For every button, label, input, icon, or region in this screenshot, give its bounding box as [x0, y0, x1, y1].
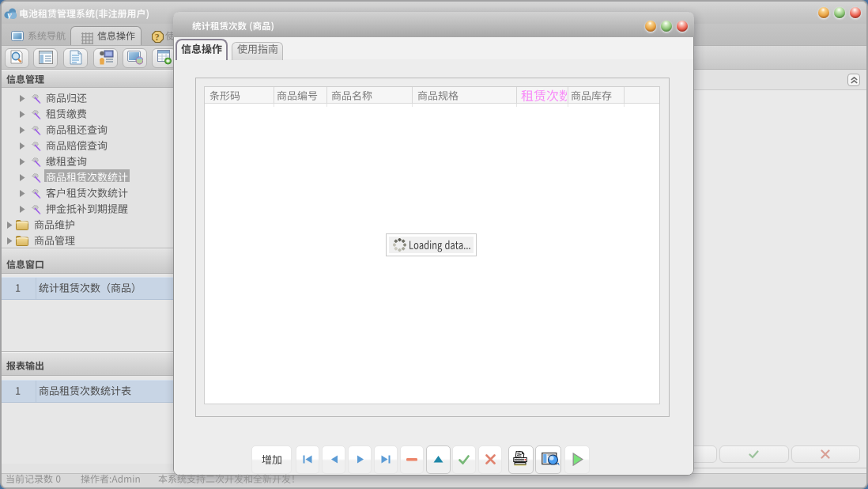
svg-text:?: ? [155, 32, 160, 43]
svg-text:y: y [6, 9, 12, 19]
